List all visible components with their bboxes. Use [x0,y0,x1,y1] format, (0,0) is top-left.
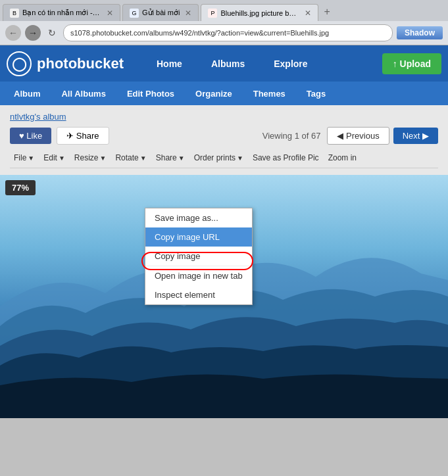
edit-arrow: ▼ [59,155,65,162]
ctx-copy-image-url[interactable]: Copy image URL [145,227,252,247]
context-menu: Save image as... Copy image URL Copy ima… [145,208,253,305]
tab-2-close[interactable]: ✕ [185,9,191,18]
subnav-edit-photos[interactable]: Edit Photos [116,82,185,105]
logo-icon: ◯ [7,51,32,76]
tab-2-icon: G [130,9,139,18]
tool-zoom-in[interactable]: Zoom in [324,151,361,164]
tool-rotate[interactable]: Rotate ▼ [111,151,150,164]
album-title[interactable]: ntlvtkg's album [10,112,438,122]
subnav-album[interactable]: Album [3,82,51,105]
logo-text: photobucket [37,55,124,72]
subnav-themes[interactable]: Themes [243,82,296,105]
previous-button[interactable]: ◀ Previous [327,127,389,145]
nav-home[interactable]: Home [143,53,195,74]
ctx-copy-image[interactable]: Copy image [145,247,252,266]
content-area: ntlvtkg's album ♥ Like ✈ Share Viewing 1… [0,105,448,175]
nav-albums[interactable]: Albums [198,53,258,74]
upload-button[interactable]: ↑ Upload [382,53,441,74]
main-nav: Home Albums Explore [143,53,321,74]
ctx-copy-image-url-label: Copy image URL [155,232,220,242]
url-input[interactable] [63,24,393,41]
photobucket-header: ◯ photobucket Home Albums Explore ↑ Uplo… [0,45,448,82]
tool-save-profile[interactable]: Save as Profile Pic [249,151,323,164]
tool-resize[interactable]: Resize ▼ [70,151,111,164]
tool-file[interactable]: File ▼ [10,151,38,164]
subnav-tags[interactable]: Tags [296,82,336,105]
shadow-button[interactable]: Shadow [397,26,443,39]
tool-order-prints[interactable]: Order prints ▼ [190,151,247,164]
tab-1-icon: B [10,9,19,18]
like-button[interactable]: ♥ Like [10,128,51,144]
tab-2[interactable]: G Gửi bài mới ✕ [122,4,199,21]
tab-2-label: Gửi bài mới [142,9,180,17]
tab-1-label: Bạn có tin nhắn mới - Sky Gard... [22,9,101,17]
ctx-save-image-as[interactable]: Save image as... [145,208,252,227]
forward-button[interactable]: → [25,25,41,41]
next-button[interactable]: Next ▶ [393,128,438,144]
address-bar: ← → ↻ Shadow [0,21,448,45]
new-tab-button[interactable]: + [318,3,335,20]
action-bar: ♥ Like ✈ Share Viewing 1 of 67 ◀ Previou… [10,127,438,145]
share-button[interactable]: ✈ Share [57,127,109,145]
file-arrow: ▼ [28,155,34,162]
subnav-organize[interactable]: Organize [185,82,243,105]
tool-edit[interactable]: Edit ▼ [39,151,69,164]
back-button[interactable]: ← [5,25,21,41]
rotate-arrow: ▼ [140,155,147,162]
tab-3-label: Bluehills.jpg picture by ntlvtkg... [220,9,299,17]
share-arrow: ▼ [178,155,185,162]
reload-button[interactable]: ↻ [45,26,59,40]
tab-3[interactable]: P Bluehills.jpg picture by ntlvtkg... ✕ [201,4,318,21]
tab-3-icon: P [208,9,217,18]
nav-explore[interactable]: Explore [261,53,320,74]
tab-1[interactable]: B Bạn có tin nhắn mới - Sky Gard... ✕ [3,4,120,21]
viewing-count: Viewing 1 of 67 [262,131,321,141]
tab-3-close[interactable]: ✕ [305,9,311,18]
tab-bar: B Bạn có tin nhắn mới - Sky Gard... ✕ G … [0,0,448,21]
order-arrow: ▼ [237,155,243,162]
logo[interactable]: ◯ photobucket [7,51,124,76]
tool-share[interactable]: Share ▼ [152,151,189,164]
resize-arrow: ▼ [100,155,107,162]
ctx-inspect-element[interactable]: Inspect element [145,285,252,304]
ctx-open-new-tab[interactable]: Open image in new tab [145,266,252,285]
tab-1-close[interactable]: ✕ [107,9,113,18]
sub-nav: Album All Albums Edit Photos Organize Th… [0,82,448,105]
zoom-badge: 77% [5,180,36,195]
subnav-all-albums[interactable]: All Albums [51,82,116,105]
tool-bar: File ▼ Edit ▼ Resize ▼ Rotate ▼ Share ▼ … [10,151,438,168]
image-area: 77% Save image as... Copy image URL Copy… [0,175,448,418]
